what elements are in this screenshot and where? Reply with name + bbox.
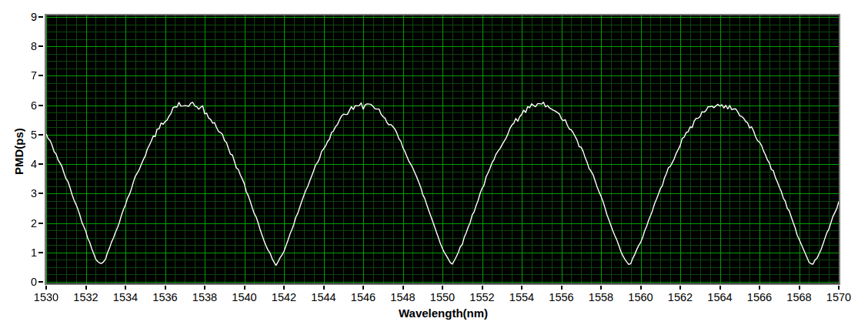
x-tick-label: 1548 <box>386 291 420 303</box>
y-tick-mark <box>38 16 43 18</box>
x-tick-label: 1532 <box>69 291 103 303</box>
plot-canvas[interactable] <box>46 15 839 283</box>
y-tick-label: 9 <box>15 10 37 24</box>
y-tick-label: 3 <box>15 186 37 200</box>
x-tick-label: 1564 <box>703 291 737 303</box>
y-tick-label: 6 <box>15 99 37 112</box>
x-tick-label: 1568 <box>783 291 816 303</box>
x-tick-mark <box>561 286 563 290</box>
x-tick-mark <box>600 286 602 290</box>
pmd-wavelength-graph: PMD(ps) 9876543210 153015321534153615381… <box>0 0 868 335</box>
x-tick-mark <box>482 286 483 290</box>
x-tick-mark <box>799 286 800 290</box>
x-tick-mark <box>204 286 205 290</box>
x-tick-label: 1570 <box>822 291 856 303</box>
x-tick-mark <box>719 286 721 290</box>
x-tick-label: 1556 <box>545 291 579 303</box>
x-tick-label: 1534 <box>108 291 142 303</box>
x-tick-label: 1544 <box>307 291 341 303</box>
x-tick-mark <box>283 286 285 290</box>
x-tick-mark <box>838 286 840 290</box>
x-tick-mark <box>679 286 681 290</box>
x-tick-mark <box>125 286 126 290</box>
y-tick-mark <box>38 45 43 47</box>
y-tick-mark <box>38 163 43 165</box>
x-tick-mark <box>759 286 760 290</box>
y-tick-label: 7 <box>15 69 37 82</box>
x-tick-label: 1546 <box>346 291 380 303</box>
x-tick-mark <box>45 286 47 290</box>
x-tick-mark <box>323 286 325 290</box>
plot-area[interactable] <box>45 14 840 285</box>
x-axis-title: Wavelength(nm) <box>359 307 528 320</box>
x-tick-label: 1538 <box>188 291 222 303</box>
x-tick-mark <box>442 286 443 290</box>
y-tick-mark <box>38 193 43 194</box>
x-tick-mark <box>85 286 87 290</box>
y-tick-mark <box>38 105 43 106</box>
x-tick-label: 1554 <box>505 291 539 303</box>
y-tick-label: 5 <box>15 128 37 142</box>
x-tick-mark <box>402 286 404 290</box>
y-tick-mark <box>38 223 43 224</box>
x-tick-label: 1550 <box>426 291 459 303</box>
x-tick-mark <box>244 286 245 290</box>
y-tick-label: 0 <box>15 275 37 289</box>
x-tick-label: 1536 <box>149 291 182 303</box>
x-tick-label: 1562 <box>663 291 697 303</box>
x-tick-label: 1552 <box>466 291 499 303</box>
x-tick-label: 1566 <box>743 291 776 303</box>
y-tick-label: 2 <box>15 216 37 230</box>
x-tick-mark <box>640 286 642 290</box>
y-tick-mark <box>38 252 43 253</box>
x-tick-label: 1530 <box>29 291 63 303</box>
x-tick-mark <box>165 286 166 290</box>
x-tick-mark <box>521 286 522 290</box>
x-tick-label: 1542 <box>267 291 301 303</box>
x-tick-label: 1540 <box>228 291 262 303</box>
y-tick-mark <box>38 281 43 283</box>
x-tick-mark <box>362 286 364 290</box>
y-tick-label: 8 <box>15 39 37 53</box>
x-tick-label: 1558 <box>584 291 618 303</box>
y-tick-mark <box>38 134 43 136</box>
y-tick-mark <box>38 75 43 76</box>
y-tick-label: 1 <box>15 246 37 260</box>
y-axis-title: PMD(ps) <box>12 115 28 189</box>
y-tick-label: 4 <box>15 157 37 171</box>
x-tick-label: 1560 <box>624 291 658 303</box>
